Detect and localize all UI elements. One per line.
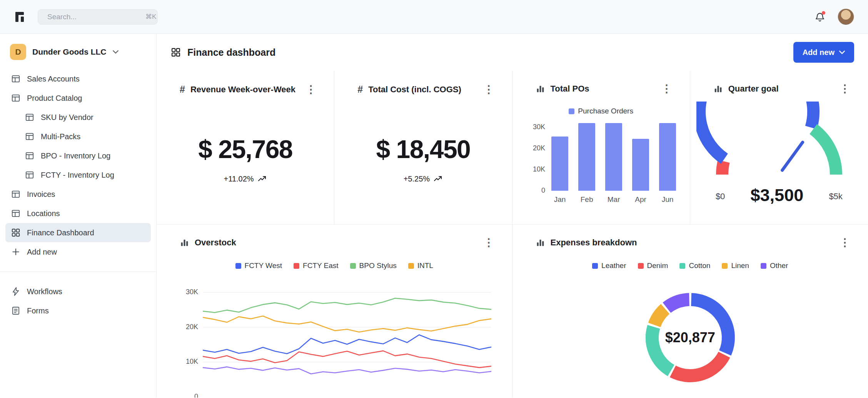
search-input[interactable] bbox=[47, 13, 142, 21]
po-plot: JanFebMarAprJun bbox=[551, 123, 676, 203]
stat-value: $ 25,768 bbox=[198, 135, 292, 164]
legend-label: Linen bbox=[731, 261, 749, 270]
sidebar-item-multi-packs[interactable]: Multi-Packs bbox=[5, 127, 151, 146]
sidebar-item-sales-accounts[interactable]: Sales Accounts bbox=[5, 69, 151, 88]
stat-value: $ 18,450 bbox=[376, 135, 470, 164]
y-tick-label: 20K bbox=[186, 323, 198, 331]
x-tick-label: Apr bbox=[635, 195, 646, 203]
legend-item: Purchase Orders bbox=[569, 107, 633, 115]
chevron-down-icon bbox=[839, 50, 845, 54]
y-tick-label: 0 bbox=[194, 393, 198, 398]
column-chart-icon bbox=[713, 84, 723, 94]
legend-label: Cotton bbox=[689, 261, 710, 270]
legend-swatch bbox=[569, 108, 574, 114]
legend-swatch bbox=[679, 263, 685, 269]
kebab-menu-icon[interactable]: ⋮ bbox=[661, 85, 672, 93]
cards-row-2: Overstock ⋮ FCTY WestFCTY EastBPO Stylus… bbox=[157, 225, 868, 398]
card-title: Expenses breakdown bbox=[551, 238, 637, 248]
legend-swatch bbox=[350, 263, 356, 269]
legend-item: FCTY West bbox=[235, 261, 282, 270]
card-quarter-goal: Quarter goal ⋮ $0 $3,500 $5k bbox=[690, 71, 868, 224]
x-tick-label: Jun bbox=[662, 195, 674, 203]
sidebar-item-label: Workflows bbox=[27, 287, 62, 296]
legend-swatch bbox=[408, 263, 414, 269]
card-total-pos: Total POs ⋮ Purchase Orders 30K20K10K0 J… bbox=[512, 71, 690, 224]
gauge-max-label: $5k bbox=[829, 192, 842, 201]
stat-delta: +11.02% bbox=[224, 175, 254, 183]
legend-label: BPO Stylus bbox=[359, 261, 397, 270]
sidebar-item-label: Product Catalog bbox=[27, 94, 82, 103]
table-icon bbox=[11, 93, 21, 103]
trend-up-icon bbox=[434, 175, 443, 182]
sidebar-item-product-catalog[interactable]: Product Catalog bbox=[5, 88, 151, 108]
card-expenses: Expenses breakdown ⋮ LeatherDenimCottonL… bbox=[512, 225, 868, 398]
sidebar-item-fcty-inventory-log[interactable]: FCTY - Inventory Log bbox=[5, 165, 151, 185]
dashboard-icon bbox=[11, 228, 21, 238]
chevron-down-icon bbox=[113, 50, 119, 54]
page-header: Finance dashboard Add new bbox=[157, 34, 868, 71]
dashboard-icon bbox=[170, 47, 181, 58]
legend-item: Leather bbox=[592, 261, 626, 270]
line-yaxis: 30K20K10K0 bbox=[178, 285, 198, 398]
card-title: Revenue Week-over-Week bbox=[190, 85, 295, 95]
kebab-menu-icon[interactable]: ⋮ bbox=[840, 85, 850, 93]
table-icon bbox=[11, 74, 21, 84]
gauge-value: $3,500 bbox=[751, 185, 804, 205]
sidebar-item-locations[interactable]: Locations bbox=[5, 204, 151, 223]
x-tick-label: Mar bbox=[608, 195, 620, 203]
table-icon bbox=[25, 170, 35, 180]
sidebar-item-label: Invoices bbox=[27, 190, 55, 199]
sidebar-item-invoices[interactable]: Invoices bbox=[5, 185, 151, 204]
legend-item: Cotton bbox=[679, 261, 710, 270]
page-title: Finance dashboard bbox=[187, 47, 275, 58]
kebab-menu-icon[interactable]: ⋮ bbox=[484, 239, 494, 246]
card-revenue: # Revenue Week-over-Week ⋮ $ 25,768 +11.… bbox=[157, 71, 334, 224]
overstock-legend: FCTY WestFCTY EastBPO StylusINTL bbox=[157, 261, 512, 270]
app-logo-icon[interactable] bbox=[14, 11, 26, 23]
card-title: Total Cost (incl. COGS) bbox=[368, 85, 461, 95]
search-box[interactable]: ⌘K bbox=[38, 9, 158, 25]
legend-label: Purchase Orders bbox=[578, 107, 633, 115]
kebab-menu-icon[interactable]: ⋮ bbox=[484, 86, 494, 93]
user-avatar[interactable] bbox=[838, 8, 854, 25]
legend-swatch bbox=[294, 263, 299, 269]
trend-up-icon bbox=[258, 175, 267, 182]
table-icon bbox=[25, 132, 35, 142]
legend-swatch bbox=[638, 263, 644, 269]
legend-item: Linen bbox=[722, 261, 749, 270]
legend-label: FCTY West bbox=[245, 261, 282, 270]
sidebar-item-forms[interactable]: Forms bbox=[5, 301, 151, 320]
po-legend: Purchase Orders bbox=[512, 107, 690, 115]
main-content: Finance dashboard Add new # Revenue Week… bbox=[157, 34, 868, 398]
kebab-menu-icon[interactable]: ⋮ bbox=[305, 86, 316, 93]
y-tick-label: 20K bbox=[533, 144, 545, 152]
legend-item: BPO Stylus bbox=[350, 261, 397, 270]
y-tick-label: 30K bbox=[186, 288, 198, 296]
legend-label: Other bbox=[770, 261, 788, 270]
sidebar-item-workflows[interactable]: Workflows bbox=[5, 282, 151, 301]
sidebar-item-label: BPO - Inventory Log bbox=[41, 152, 110, 160]
workspace-switcher[interactable]: D Dunder Goods LLC bbox=[5, 40, 151, 64]
legend-label: Denim bbox=[647, 261, 668, 270]
sidebar-item-label: Forms bbox=[27, 306, 49, 315]
search-shortcut: ⌘K bbox=[145, 13, 156, 21]
sidebar-item-sku-by-vendor[interactable]: SKU by Vendor bbox=[5, 108, 151, 127]
notifications-button[interactable] bbox=[815, 12, 825, 22]
x-tick-label: Feb bbox=[581, 195, 593, 203]
sidebar-item-label: SKU by Vendor bbox=[41, 113, 93, 122]
add-new-button[interactable]: Add new bbox=[793, 42, 854, 63]
card-title: Overstock bbox=[195, 238, 236, 248]
overstock-line-chart bbox=[203, 285, 491, 398]
sidebar-item-label: Sales Accounts bbox=[27, 75, 80, 83]
po-bar bbox=[659, 123, 676, 191]
legend-swatch bbox=[722, 263, 728, 269]
po-bar bbox=[578, 123, 595, 191]
sidebar: D Dunder Goods LLC Sales Accounts Produc… bbox=[0, 34, 157, 398]
sidebar-item-bpo-inventory-log[interactable]: BPO - Inventory Log bbox=[5, 146, 151, 165]
sidebar-item-add-new[interactable]: Add new bbox=[5, 242, 151, 261]
kebab-menu-icon[interactable]: ⋮ bbox=[840, 239, 850, 246]
cards-row-1: # Revenue Week-over-Week ⋮ $ 25,768 +11.… bbox=[157, 71, 868, 225]
legend-item: Other bbox=[761, 261, 788, 270]
sidebar-nav: Sales Accounts Product Catalog SKU by Ve… bbox=[5, 69, 151, 261]
sidebar-item-finance-dashboard[interactable]: Finance Dashboard bbox=[5, 223, 151, 242]
